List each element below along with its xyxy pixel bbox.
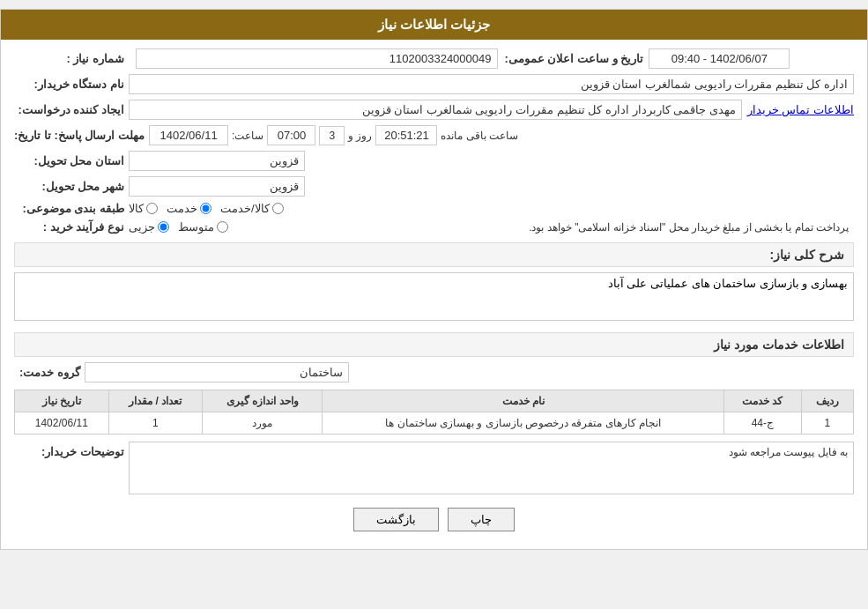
col-service-name: نام خدمت — [323, 390, 724, 412]
service-group-value: ساختمان — [85, 362, 349, 382]
city-label: شهر محل تحویل: — [14, 180, 129, 193]
buyer-org-value: اداره کل تنظیم مقررات رادیویی شمالغرب اس… — [129, 74, 854, 94]
province-value: قزوین — [129, 151, 305, 171]
need-number-label: شماره نیاز : — [14, 52, 129, 65]
created-by-label: ایجاد کننده درخواست: — [14, 103, 129, 116]
purchase-small-label: جزیی — [129, 220, 155, 234]
province-label: استان محل تحویل: — [14, 154, 129, 167]
buyer-notes-value: به فایل پیوست مراجعه شود — [729, 446, 848, 458]
city-row: شهر محل تحویل: قزوین — [14, 176, 854, 197]
table-cell-1: ج-44 — [724, 412, 802, 434]
service-table: ردیف کد خدمت نام خدمت واحد اندازه گیری ت… — [14, 390, 854, 434]
col-need-date: تاریخ نیاز — [15, 390, 109, 412]
table-cell-4: 1 — [108, 412, 202, 434]
buyer-org-label: نام دستگاه خریدار: — [14, 78, 129, 91]
announce-date-label: تاریخ و ساعت اعلان عمومی: — [505, 52, 644, 65]
col-unit: واحد اندازه گیری — [203, 390, 323, 412]
need-summary-textarea[interactable]: <span data-bind="fields.need_summary_val… — [14, 272, 854, 321]
buyer-notes-row: توضیحات خریدار: به فایل پیوست مراجعه شود — [14, 442, 854, 494]
response-remaining-value: 20:51:21 — [375, 125, 437, 145]
print-button[interactable]: چاپ — [448, 508, 515, 531]
purchase-medium-option: متوسط — [178, 220, 228, 234]
response-time-value: 07:00 — [267, 125, 315, 145]
service-table-body: 1ج-44انجام کارهای متفرقه درخصوص بازسازی … — [15, 412, 854, 434]
response-time-label: ساعت: — [232, 130, 263, 142]
table-cell-5: 1402/06/11 — [15, 412, 109, 434]
table-cell-3: مورد — [203, 412, 323, 434]
response-days-label: روز و — [348, 130, 372, 142]
buttons-row: چاپ بازگشت — [14, 508, 854, 531]
table-cell-0: 1 — [801, 412, 853, 434]
category-option-goods: کالا — [129, 202, 158, 215]
response-deadline-label: مهلت ارسال پاسخ: تا تاریخ: — [14, 129, 149, 142]
response-remaining-label: ساعت باقی مانده — [441, 130, 518, 142]
content-area: شماره نیاز : 1102003324000049 تاریخ و سا… — [1, 40, 867, 549]
page-wrapper: جزئیات اطلاعات نیاز شماره نیاز : 1102003… — [0, 9, 868, 550]
col-row-num: ردیف — [801, 390, 853, 412]
category-option-both: کالا/خدمت — [220, 202, 284, 215]
col-quantity: تعداد / مقدار — [108, 390, 202, 412]
services-section-title: اطلاعات خدمات مورد نیاز — [14, 332, 854, 357]
need-summary-area: <span data-bind="fields.need_summary_val… — [14, 272, 854, 323]
purchase-medium-radio[interactable] — [217, 221, 228, 233]
purchase-small-option: جزیی — [129, 220, 169, 234]
purchase-medium-label: متوسط — [178, 220, 214, 234]
category-service-radio[interactable] — [200, 203, 211, 214]
service-group-label: گروه خدمت: — [14, 366, 85, 379]
response-date-value: 1402/06/11 — [149, 125, 228, 145]
table-cell-2: انجام کارهای متفرقه درخصوص بازسازی و بهس… — [323, 412, 724, 434]
back-button[interactable]: بازگشت — [353, 508, 439, 531]
purchase-type-description: پرداخت تمام یا بخشی از مبلغ خریدار محل "… — [234, 221, 854, 234]
buyer-org-row: نام دستگاه خریدار: اداره کل تنظیم مقررات… — [14, 74, 854, 94]
page-header: جزئیات اطلاعات نیاز — [1, 10, 867, 40]
purchase-small-radio[interactable] — [158, 221, 169, 233]
announce-date-value: 1402/06/07 - 09:40 — [649, 48, 790, 69]
col-service-code: کد خدمت — [724, 390, 802, 412]
services-section-label: اطلاعات خدمات مورد نیاز — [714, 338, 844, 352]
created-by-value: مهدی جاقمی کاربردار اداره کل تنظیم مقررا… — [129, 100, 742, 120]
category-option-service: خدمت — [167, 202, 211, 215]
buyer-notes-box: به فایل پیوست مراجعه شود — [129, 442, 854, 494]
purchase-type-label: نوع فرآیند خرید : — [14, 220, 129, 234]
city-value: قزوین — [129, 176, 305, 197]
response-days-value: 3 — [319, 126, 345, 145]
created-by-row: ایجاد کننده درخواست: مهدی جاقمی کاربردار… — [14, 100, 854, 120]
purchase-type-options: جزیی متوسط — [129, 220, 228, 234]
created-by-group: مهدی جاقمی کاربردار اداره کل تنظیم مقررا… — [129, 100, 854, 120]
table-header-row: ردیف کد خدمت نام خدمت واحد اندازه گیری ت… — [15, 390, 854, 412]
category-goods-label: کالا — [129, 202, 144, 215]
page-title: جزئیات اطلاعات نیاز — [378, 17, 490, 32]
need-number-value: 1102003324000049 — [136, 48, 498, 69]
need-summary-label: شرح کلی نیاز: — [770, 248, 844, 262]
service-group-row: گروه خدمت: ساختمان — [14, 362, 854, 382]
category-both-radio[interactable] — [272, 203, 284, 214]
category-both-label: کالا/خدمت — [220, 202, 270, 215]
contact-link[interactable]: اطلاعات تماس خریدار — [747, 103, 854, 116]
response-deadline-parts: 1402/06/11 ساعت: 07:00 3 روز و 20:51:21 … — [149, 125, 523, 145]
category-service-label: خدمت — [167, 202, 197, 215]
province-row: استان محل تحویل: قزوین — [14, 151, 854, 171]
category-label: طبقه بندی موضوعی: — [14, 202, 129, 215]
table-row: 1ج-44انجام کارهای متفرقه درخصوص بازسازی … — [15, 412, 854, 434]
category-row: طبقه بندی موضوعی: کالا خدمت کالا/خدمت — [14, 202, 854, 215]
category-options: کالا خدمت کالا/خدمت — [129, 202, 284, 215]
response-deadline-row: مهلت ارسال پاسخ: تا تاریخ: 1402/06/11 سا… — [14, 125, 854, 145]
need-number-row: شماره نیاز : 1102003324000049 تاریخ و سا… — [14, 48, 854, 69]
purchase-type-row: نوع فرآیند خرید : جزیی متوسط پرداخت تمام… — [14, 220, 854, 234]
category-goods-radio[interactable] — [146, 203, 158, 214]
buyer-notes-label: توضیحات خریدار: — [14, 442, 129, 458]
need-summary-section-title: شرح کلی نیاز: — [14, 242, 854, 267]
